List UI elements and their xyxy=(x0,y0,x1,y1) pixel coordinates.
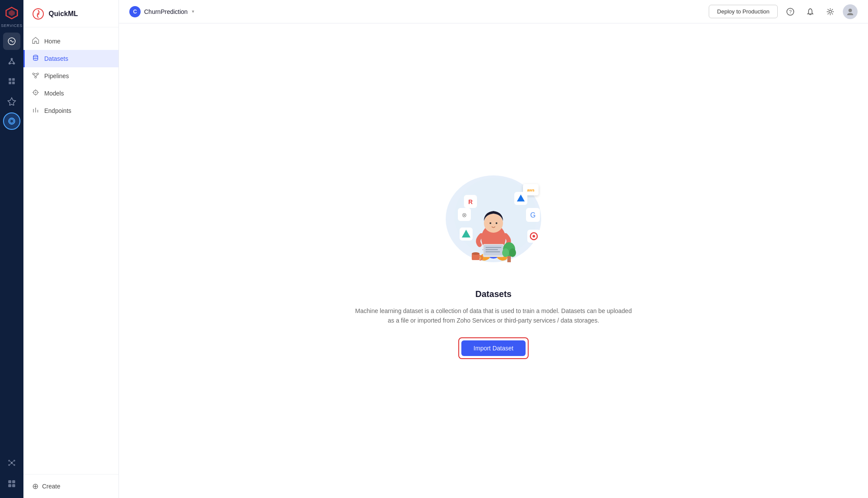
datasets-illustration: aws G ⊗ xyxy=(433,162,554,275)
svg-marker-1 xyxy=(9,10,15,16)
svg-point-30 xyxy=(33,73,34,75)
nav-endpoints-label: Endpoints xyxy=(44,107,71,114)
svg-point-49 xyxy=(490,222,491,224)
svg-point-17 xyxy=(8,464,10,466)
create-button[interactable]: ⊕ Create xyxy=(32,482,110,491)
nav-item-models[interactable]: Models xyxy=(23,85,118,102)
svg-rect-23 xyxy=(8,480,11,483)
svg-point-62 xyxy=(502,248,509,257)
svg-line-6 xyxy=(10,60,12,63)
illustration-svg: aws G ⊗ xyxy=(433,162,554,275)
svg-line-20 xyxy=(12,461,13,462)
svg-point-32 xyxy=(35,76,36,78)
more-rail-icon[interactable] xyxy=(3,474,20,491)
create-label: Create xyxy=(42,483,60,490)
svg-text:R: R xyxy=(468,198,473,205)
datasets-title: Datasets xyxy=(475,289,511,299)
nav-pipelines-label: Pipelines xyxy=(44,73,69,79)
svg-rect-38 xyxy=(33,109,34,112)
svg-point-44 xyxy=(848,9,852,12)
pipelines-icon xyxy=(32,72,39,80)
settings-icon[interactable] xyxy=(823,4,838,19)
app-logo xyxy=(4,5,20,21)
nav-models-label: Models xyxy=(44,90,64,97)
quickml-rail-icon[interactable] xyxy=(3,112,20,130)
svg-point-3 xyxy=(11,58,13,60)
svg-text:⊗: ⊗ xyxy=(462,211,467,218)
sidebar-nav: Home Datasets xyxy=(23,27,118,474)
import-dataset-button-highlight: Import Dataset xyxy=(458,337,529,359)
svg-point-31 xyxy=(37,73,39,75)
svg-rect-39 xyxy=(35,108,36,112)
svg-line-22 xyxy=(12,463,13,465)
svg-point-50 xyxy=(496,222,497,224)
help-icon[interactable]: ? xyxy=(783,4,798,19)
nav-home-label: Home xyxy=(44,38,60,45)
svg-point-15 xyxy=(8,460,10,462)
svg-point-48 xyxy=(484,214,503,233)
svg-point-63 xyxy=(509,248,516,257)
svg-point-18 xyxy=(13,464,15,466)
data-rail-icon[interactable] xyxy=(3,73,20,90)
topbar: C ChurnPrediction ▾ Deploy to Production… xyxy=(119,0,868,23)
deploy-to-production-button[interactable]: Deploy to Production xyxy=(709,5,778,18)
datasets-description: Machine learning dataset is a collection… xyxy=(355,306,632,326)
svg-text:aws: aws xyxy=(527,188,534,192)
user-avatar[interactable] xyxy=(843,4,858,19)
svg-rect-24 xyxy=(12,480,15,483)
main-area: C ChurnPrediction ▾ Deploy to Production… xyxy=(119,0,868,498)
svg-rect-11 xyxy=(9,82,11,84)
ml-rail-icon[interactable] xyxy=(3,53,20,70)
svg-rect-54 xyxy=(484,245,503,255)
svg-line-7 xyxy=(12,60,14,63)
svg-rect-40 xyxy=(37,110,38,112)
svg-rect-26 xyxy=(12,484,15,487)
svg-point-28 xyxy=(37,13,39,15)
nav-item-datasets[interactable]: Datasets xyxy=(23,50,118,67)
integration-rail-icon[interactable] xyxy=(3,454,20,472)
nav-item-pipelines[interactable]: Pipelines xyxy=(23,67,118,85)
endpoints-icon xyxy=(32,106,39,115)
svg-point-16 xyxy=(13,460,15,462)
models-icon xyxy=(32,89,39,98)
svg-line-21 xyxy=(10,463,11,465)
nav-item-home[interactable]: Home xyxy=(23,33,118,50)
svg-text:?: ? xyxy=(789,9,792,14)
project-avatar: C xyxy=(129,6,141,17)
services-label: Services xyxy=(1,23,22,28)
analytics-rail-icon[interactable] xyxy=(3,33,20,50)
nav-item-endpoints[interactable]: Endpoints xyxy=(23,102,118,119)
chevron-down-icon: ▾ xyxy=(192,9,194,14)
svg-rect-9 xyxy=(9,78,11,81)
svg-point-37 xyxy=(35,92,36,93)
sidebar-header: QuickML xyxy=(23,0,118,27)
content-area: aws G ⊗ xyxy=(119,23,868,498)
icon-rail: Services xyxy=(0,0,23,498)
svg-rect-12 xyxy=(12,82,15,84)
sidebar-footer: ⊕ Create xyxy=(23,474,118,498)
svg-point-78 xyxy=(533,235,535,237)
sidebar: QuickML Home Datasets xyxy=(23,0,119,498)
svg-text:G: G xyxy=(530,211,536,219)
svg-line-19 xyxy=(10,461,11,462)
svg-line-35 xyxy=(36,75,38,76)
project-selector[interactable]: C ChurnPrediction ▾ xyxy=(129,6,194,17)
import-dataset-button[interactable]: Import Dataset xyxy=(461,340,526,356)
datasets-icon xyxy=(32,54,39,63)
svg-line-34 xyxy=(33,75,36,76)
sidebar-title: QuickML xyxy=(49,10,78,18)
svg-point-29 xyxy=(33,55,38,57)
home-icon xyxy=(32,37,39,46)
quickml-logo-icon xyxy=(32,8,44,20)
nav-datasets-label: Datasets xyxy=(44,55,68,62)
project-name: ChurnPrediction xyxy=(144,8,187,15)
create-plus-icon: ⊕ xyxy=(32,482,39,491)
svg-rect-10 xyxy=(12,78,15,81)
svg-rect-25 xyxy=(8,484,11,487)
svg-point-43 xyxy=(829,10,832,13)
notifications-icon[interactable] xyxy=(803,4,818,19)
svg-point-59 xyxy=(472,252,480,255)
ai-rail-icon[interactable] xyxy=(3,92,20,110)
